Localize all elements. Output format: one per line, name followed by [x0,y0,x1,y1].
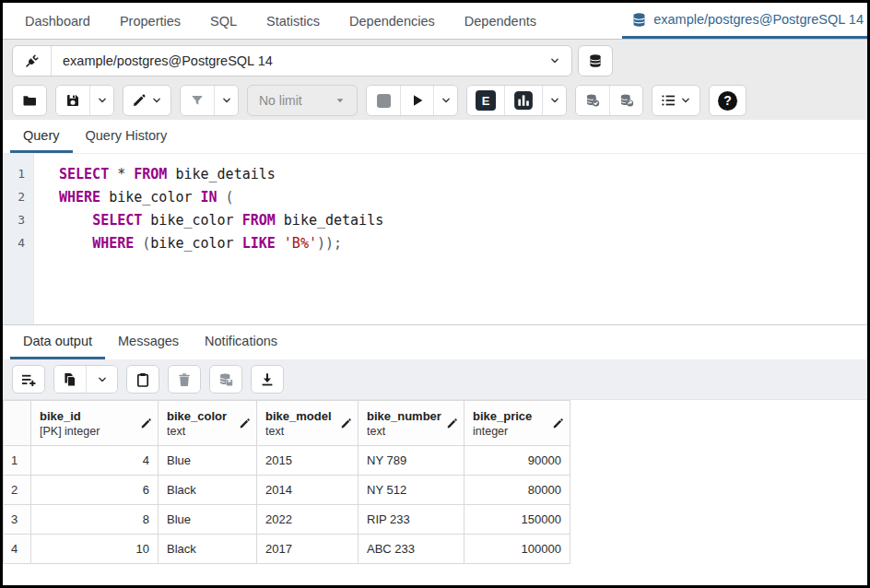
open-file-button[interactable] [13,86,46,115]
plug-icon [25,53,40,68]
add-row-button[interactable] [13,366,44,393]
column-type: text [265,424,332,439]
database-icon [588,53,603,68]
connection-group: example/postgres@PostgreSQL 14 [12,45,572,76]
output-tab-bar: Data output Messages Notifications [3,324,867,359]
sql-code: 1SELECT * FROM bike_details2WHERE bike_c… [3,162,867,254]
cell-bike_number[interactable]: NY 512 [359,476,464,505]
column-type: [PK] integer [40,424,100,439]
chevron-down-icon [680,95,691,106]
column-name: bike_price [473,408,532,424]
row-number[interactable]: 3 [4,505,31,535]
cell-bike_model[interactable]: 2017 [257,535,359,564]
tab-dependencies[interactable]: Dependencies [335,3,450,39]
execute-menu-button[interactable] [433,86,457,115]
select-all-header[interactable] [4,401,31,446]
save-menu-button[interactable] [89,86,113,115]
line-number: 2 [3,190,34,204]
pgadmin-query-tool-window: Dashboard Properties SQL Statistics Depe… [0,0,870,588]
save-data-changes-button[interactable] [210,366,241,393]
column-type: integer [473,424,532,439]
line-number: 4 [3,236,34,250]
edit-column-icon [140,417,152,429]
trash-icon [177,372,192,387]
cell-bike_model[interactable]: 2014 [257,476,359,505]
cell-bike_color[interactable]: Blue [159,446,257,476]
filter-icon [190,93,205,108]
download-icon [260,372,275,387]
cell-bike_model[interactable]: 2015 [257,446,359,476]
chevron-down-icon [97,95,108,106]
rollback-button[interactable] [609,86,642,115]
sql-editor[interactable]: 1SELECT * FROM bike_details2WHERE bike_c… [3,154,867,324]
explain-icon: E [476,90,496,111]
cell-bike_id[interactable]: 4 [31,446,159,476]
tab-query-tool-active[interactable]: example/postgres@PostgreSQL 14 [622,3,867,39]
tab-statistics[interactable]: Statistics [252,3,335,39]
row-number[interactable]: 2 [4,476,31,505]
copy-button[interactable] [54,366,86,393]
copy-icon [63,372,77,387]
download-results-button[interactable] [252,366,283,393]
connection-status-button[interactable] [13,46,52,76]
pencil-icon [132,93,147,108]
column-header-bike_id[interactable]: bike_id[PK] integer [31,401,159,446]
column-header-bike_price[interactable]: bike_priceinteger [464,401,570,446]
cell-bike_price[interactable]: 90000 [464,446,570,476]
column-type: text [367,424,441,439]
add-row-icon [21,372,36,387]
new-connection-button[interactable] [578,45,613,76]
cell-bike_id[interactable]: 8 [31,505,159,535]
tab-data-output[interactable]: Data output [10,325,105,359]
commit-button[interactable] [576,86,609,115]
cell-bike_color[interactable]: Black [159,535,257,564]
row-number[interactable]: 1 [4,446,31,476]
cell-bike_id[interactable]: 10 [31,535,159,564]
cell-bike_number[interactable]: NY 789 [359,446,464,476]
filter-menu-button[interactable] [214,86,238,115]
cell-bike_color[interactable]: Blue [159,505,257,535]
explain-analyze-button[interactable] [504,86,542,115]
data-output-toolbar [3,359,867,400]
cell-bike_color[interactable]: Black [159,476,257,505]
explain-menu-button[interactable] [542,86,566,115]
caret-down-icon [335,95,346,106]
column-header-bike_color[interactable]: bike_colortext [159,401,257,446]
execute-query-button[interactable] [400,86,433,115]
cell-bike_model[interactable]: 2022 [257,505,359,535]
macros-menu-button[interactable] [652,86,700,115]
main-tab-bar: Dashboard Properties SQL Statistics Depe… [3,3,867,39]
grid-body: 14Blue2015NY 7899000026Black2014NY 51280… [4,446,570,564]
tab-query[interactable]: Query [10,120,73,153]
cell-bike_price[interactable]: 100000 [464,535,570,564]
tab-notifications[interactable]: Notifications [192,325,290,359]
edit-menu-button[interactable] [123,86,170,115]
save-file-button[interactable] [56,86,89,115]
tab-dashboard[interactable]: Dashboard [10,3,105,39]
row-number[interactable]: 4 [4,535,31,564]
tab-messages[interactable]: Messages [105,325,192,359]
help-button[interactable]: ? [710,86,746,115]
copy-menu-button[interactable] [86,366,117,393]
delete-row-button[interactable] [169,366,200,393]
filter-button[interactable] [181,86,214,115]
chevron-down-icon [549,95,560,106]
cell-bike_number[interactable]: ABC 233 [359,535,464,564]
connection-select[interactable]: example/postgres@PostgreSQL 14 [52,46,571,76]
cell-bike_price[interactable]: 150000 [464,505,570,535]
cell-bike_id[interactable]: 6 [31,476,159,505]
column-header-bike_number[interactable]: bike_numbertext [359,401,464,446]
tab-properties[interactable]: Properties [105,3,195,39]
code-text: SELECT * FROM bike_details [34,166,276,182]
cell-bike_number[interactable]: RIP 233 [359,505,464,535]
row-limit-select[interactable]: No limit [247,85,358,116]
cell-bike_price[interactable]: 80000 [464,476,570,505]
cancel-query-button[interactable] [367,86,400,115]
tab-dependents[interactable]: Dependents [450,3,551,39]
paste-button[interactable] [127,366,159,393]
explain-button[interactable]: E [467,86,504,115]
column-header-bike_model[interactable]: bike_modeltext [257,401,359,446]
tab-sql[interactable]: SQL [195,3,252,39]
tab-query-history[interactable]: Query History [73,120,181,153]
column-name: bike_model [265,408,332,424]
